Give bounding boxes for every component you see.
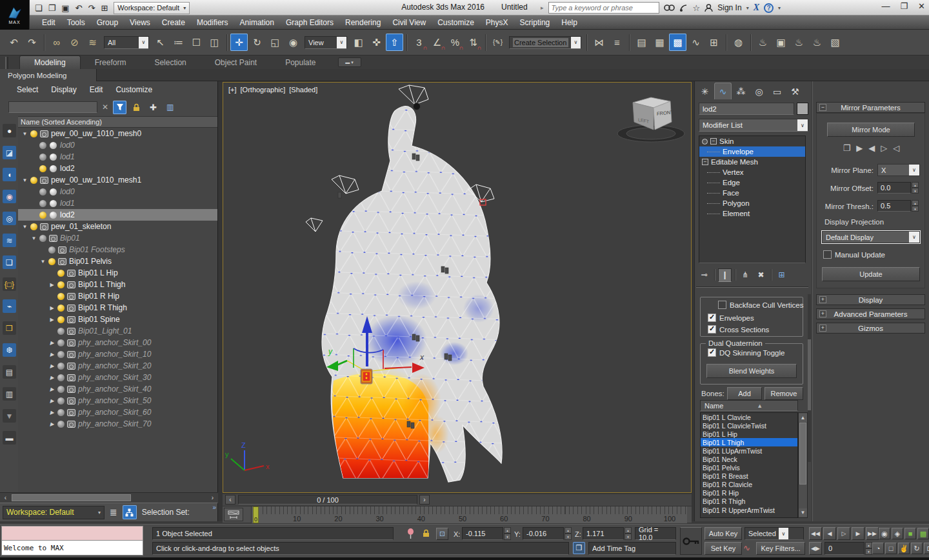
paste-blue-to-green-verts-icon[interactable]: ◁ (893, 143, 899, 153)
chevron-down-icon[interactable]: ∨ (571, 37, 581, 48)
mirror-parameters-rollout[interactable]: − Mirror Parameters (816, 102, 925, 113)
select-display-button[interactable]: ▥ (163, 101, 177, 114)
next-frame-arrow[interactable]: › (419, 495, 430, 505)
rollout-display[interactable]: +Display (816, 294, 925, 305)
chevron-down-icon[interactable]: ∨ (337, 37, 346, 48)
unlink-selection-icon[interactable]: ⊘ (66, 34, 83, 51)
go-to-start-button[interactable]: ◀◀ (809, 527, 822, 540)
select-object-icon[interactable]: ↖ (152, 34, 169, 51)
listener-macro-row[interactable] (2, 526, 143, 541)
time-slider-thumb[interactable]: 0 (253, 506, 259, 523)
render-iterative-icon[interactable]: ♨ (808, 34, 826, 51)
y-spinner[interactable]: ▴▾ (564, 527, 572, 540)
chevron-down-icon[interactable]: ▾ (746, 5, 749, 11)
expand-collapse-icon[interactable]: ▶ (48, 305, 56, 311)
blend-weights-button[interactable]: Blend Weights (706, 364, 797, 378)
rollout-gizmos[interactable]: +Gizmos (816, 323, 925, 334)
toggle-scene-explorer-icon[interactable]: ▩ (669, 34, 686, 51)
stack-item-polygon[interactable]: Polygon (699, 198, 805, 208)
stack-item-edge[interactable]: Edge (699, 177, 805, 188)
visibility-bulb-icon[interactable] (39, 165, 46, 172)
mirror-thresh-field[interactable]: 0.5 (877, 200, 911, 212)
filter-bones-icon[interactable]: ⌁ (3, 299, 16, 313)
scene-explorer-search-input[interactable] (8, 101, 97, 113)
search-input[interactable] (548, 2, 659, 14)
select-by-name-icon[interactable]: ≔ (170, 34, 187, 51)
visibility-bulb-icon[interactable] (57, 293, 65, 300)
bone-item-bip01-r-thigh[interactable]: Bip01 R Thigh (701, 497, 797, 506)
tree-row-lod2[interactable]: lod2 (18, 209, 217, 221)
scrollbar-thumb[interactable] (799, 423, 806, 485)
tree-row-bip01-pelvis[interactable]: ▼Bip01 Pelvis (18, 255, 217, 267)
stack-item-vertex[interactable]: Vertex (699, 167, 805, 177)
view-cube[interactable]: LEFT FRONT (617, 97, 684, 142)
default-tangent-icon[interactable]: ∿ (743, 543, 750, 553)
menu-create[interactable]: Create (156, 16, 191, 29)
tree-row-bip01-footsteps[interactable]: Bip01 Footsteps (18, 244, 217, 255)
visibility-bulb-icon[interactable] (48, 246, 55, 254)
menu-physx[interactable]: PhysX (480, 16, 514, 29)
tree-row-bip01-r-thigh[interactable]: ▶Bip01 R Thigh (18, 302, 217, 314)
expand-collapse-icon[interactable]: ▶ (48, 282, 56, 288)
sign-in-person-icon[interactable] (704, 4, 713, 12)
tree-row-phy-anchor-skirt-40[interactable]: ▶phy_anchor_Skirt_40 (18, 383, 217, 395)
filter-shapes-icon[interactable]: ◪ (3, 146, 16, 159)
zoom-extents-all-icon[interactable]: ▩ (917, 528, 929, 539)
backface-cull-checkbox[interactable] (718, 301, 726, 309)
render-production-icon[interactable]: ♨ (790, 34, 808, 51)
expand-collapse-icon[interactable]: ▶ (48, 317, 56, 323)
tree-row-pew-00-uw-1010-mesh0[interactable]: ▼pew_00_uw_1010_mesh0 (18, 128, 217, 139)
ribbon-tab-modeling[interactable]: Modeling (19, 55, 81, 69)
current-frame-field[interactable]: 0 (824, 542, 864, 555)
use-pivot-point-center-icon[interactable]: ◧ (350, 34, 367, 51)
max-application-button[interactable]: MAX (0, 0, 30, 30)
menu-help[interactable]: Help (555, 16, 583, 29)
viewport-menu-pov[interactable]: [Orthographic] (241, 86, 286, 94)
tree-row-lod2[interactable]: lod2 (18, 163, 217, 174)
stack-item-editable-mesh[interactable]: −Editable Mesh (699, 157, 805, 167)
pan-icon[interactable]: ✌ (898, 543, 910, 554)
visibility-bulb-icon[interactable] (57, 397, 65, 405)
tab-modify[interactable]: ∿ (714, 83, 732, 99)
tree-row-phy-anchor-skirt-20[interactable]: ▶phy_anchor_Skirt_20 (18, 360, 217, 372)
mirror-icon[interactable]: ⋈ (590, 34, 608, 51)
menu-group[interactable]: Group (91, 16, 124, 29)
toggle-ribbon-icon[interactable]: ▦ (651, 34, 668, 51)
tree-row-pew-00-uw-1010-mesh1[interactable]: ▼pew_00_uw_1010_mesh1 (18, 174, 217, 186)
expand-collapse-icon[interactable]: ▼ (39, 259, 47, 265)
x-coordinate-field[interactable]: -0.115 (462, 527, 503, 540)
redo-quick-icon[interactable]: ↷ (88, 3, 95, 13)
bone-item-bip01-l-hip[interactable]: Bip01 L Hip (701, 430, 797, 438)
mirror-offset-spinner[interactable]: ▴▾ (912, 182, 919, 194)
open-file-icon[interactable]: ❐ (48, 3, 56, 13)
tab-create[interactable]: ✳ (696, 84, 714, 99)
visibility-bulb-icon[interactable] (39, 200, 46, 207)
spinner-snap-icon[interactable]: ⇅∩ (464, 34, 482, 51)
key-mode-dropdown[interactable]: Selected ∨ (744, 527, 804, 540)
favorites-star-icon[interactable]: ☆ (693, 3, 701, 13)
archive-icon[interactable]: ▬ (3, 431, 16, 445)
visibility-bulb-icon[interactable] (57, 270, 65, 277)
keyboard-shortcut-override-icon[interactable]: ⇧ (386, 34, 403, 51)
visibility-bulb-icon[interactable] (57, 281, 65, 288)
tree-row-phy-anchor-skirt-10[interactable]: ▶phy_anchor_Skirt_10 (18, 348, 217, 360)
workspace-selector[interactable]: Workspace: Default ▾ (3, 506, 105, 519)
tree-row-pew-01-skeleton[interactable]: ▼pew_01_skeleton (18, 221, 217, 232)
visibility-bulb-icon[interactable] (30, 177, 37, 184)
filter-lights-icon[interactable]: ◖ (3, 168, 16, 181)
expand-collapse-icon[interactable]: − (710, 138, 717, 145)
display-projection-dropdown[interactable]: Default Display ∨ (822, 231, 920, 243)
new-scene-icon[interactable]: ❏ (35, 3, 43, 13)
previous-frame-arrow[interactable]: ‹ (225, 495, 235, 505)
visibility-bulb-icon[interactable] (57, 328, 65, 335)
explorer-menu-customize[interactable]: Customize (109, 83, 159, 96)
visibility-bulb-icon[interactable] (57, 351, 65, 358)
tree-row-bip01-light-01[interactable]: Bip01_Light_01 (18, 325, 217, 337)
mirror-plane-dropdown[interactable]: X ∨ (877, 164, 920, 176)
expand-icon[interactable]: + (819, 296, 826, 303)
named-selection-set-dropdown[interactable]: Create Selection Set∨ (509, 36, 581, 49)
visibility-bulb-icon[interactable] (39, 188, 46, 195)
scroll-left-icon[interactable]: ‹ (1, 494, 10, 502)
cross-sections-row[interactable]: Cross Sections (708, 325, 769, 334)
stack-item-skin[interactable]: −Skin (699, 136, 805, 146)
